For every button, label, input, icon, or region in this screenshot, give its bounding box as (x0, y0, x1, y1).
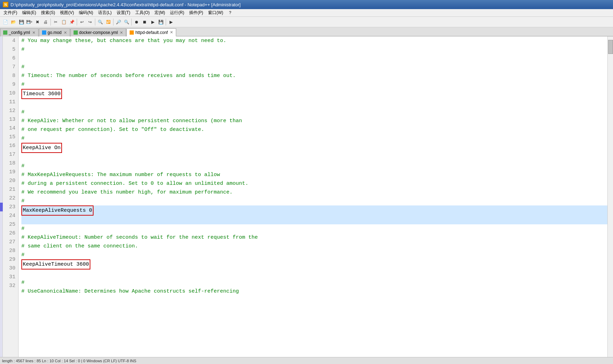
line-num-14: 14 (4, 124, 15, 133)
menu-window[interactable]: 窗口(W) (206, 9, 225, 16)
toolbar-sep-5 (131, 19, 132, 26)
toolbar-close[interactable]: ✖ (34, 18, 41, 26)
toolbar-sep-3 (95, 19, 95, 26)
toolbar-find[interactable]: 🔍 (96, 18, 104, 26)
toolbar-undo[interactable]: ↩ (78, 18, 86, 26)
toolbar-run[interactable]: ▶ (167, 18, 175, 26)
comment-12: # (21, 109, 25, 115)
line-num-11: 11 (4, 98, 15, 106)
toolbar-zoomin[interactable]: 🔎 (115, 18, 122, 26)
code-line-18: # (21, 162, 607, 170)
comment-9: # (21, 82, 25, 88)
line-num-7: 7 (4, 63, 15, 71)
tab-httpd-close[interactable]: ✕ (170, 30, 173, 35)
tab-docker-close[interactable]: ✕ (120, 30, 123, 35)
status-bar: length : 4567 lines : 85 Ln : 10 Col : 1… (0, 357, 613, 364)
menu-search[interactable]: 搜索(S) (39, 9, 57, 16)
toolbar-macro-save[interactable]: 💾 (157, 18, 165, 26)
toolbar-macro-rec[interactable]: ⏺ (133, 18, 140, 26)
menu-edit[interactable]: 编辑(E) (20, 9, 38, 16)
menu-bar: 文件(F) 编辑(E) 搜索(S) 视图(V) 编码(N) 语言(L) 设置(T… (0, 9, 613, 17)
comment-25: # (21, 226, 25, 232)
toolbar-open[interactable]: 📂 (9, 18, 17, 26)
comment-22: # (21, 198, 25, 204)
line-num-20: 20 (4, 176, 15, 185)
line-num-17: 17 (4, 150, 15, 159)
menu-encode[interactable]: 编码(N) (77, 9, 95, 16)
scrollbar-vertical[interactable] (607, 36, 613, 364)
code-line-8: # Timeout: The number of seconds before … (21, 71, 607, 80)
tab-httpd-icon (130, 30, 134, 35)
menu-run[interactable]: 运行(R) (168, 9, 186, 16)
tab-config-label: _config.yml (9, 30, 30, 35)
line-num-13: 13 (4, 115, 15, 124)
comment-13: # KeepAlive: Whether or not to allow per… (21, 118, 242, 124)
toolbar-paste[interactable]: 📌 (68, 18, 76, 26)
tab-config[interactable]: _config.yml ✕ (0, 28, 39, 36)
toolbar-new[interactable]: 📄 (1, 18, 9, 26)
code-line-31: # (21, 278, 607, 287)
code-line-32: # UseCanonicalName: Determines how Apach… (21, 287, 607, 296)
tab-httpd-label: httpd-default.conf (135, 30, 168, 35)
tab-config-close[interactable]: ✕ (32, 30, 35, 35)
toolbar-saveall[interactable]: 💾+ (26, 18, 33, 26)
editor-container: 4 5 6 7 8 9 10 11 12 13 14 15 16 17 18 1… (0, 36, 613, 364)
line-num-4: 4 (4, 36, 15, 45)
code-line-20: # during a persistent connection. Set to… (21, 179, 607, 188)
comment-32: # UseCanonicalName: Determines how Apach… (21, 288, 239, 294)
toolbar-zoomout[interactable]: 🔍 (123, 18, 130, 26)
toolbar-save[interactable]: 💾 (18, 18, 25, 26)
left-indicator (0, 36, 3, 364)
toolbar-copy[interactable]: 📋 (60, 18, 68, 26)
line-num-27: 27 (4, 238, 15, 246)
line-num-16: 16 (4, 141, 15, 150)
toolbar-sep-1 (50, 19, 51, 26)
code-line-28: # (21, 251, 607, 259)
line-num-5: 5 (4, 45, 15, 54)
menu-help[interactable]: ？ (226, 9, 234, 16)
toolbar: 📄 📂 💾 💾+ ✖ 🖨 ✂ 📋 📌 ↩ ↪ 🔍 🔁 🔎 🔍 ⏺ ⏹ ▶ 💾 ▶ (0, 17, 613, 27)
comment-27: # same client on the same connection. (21, 243, 138, 249)
directive-keepalivetimeout: KeepAliveTimeout 3600 (21, 259, 90, 270)
comment-5: # (21, 47, 25, 52)
code-line-12: # (21, 108, 607, 117)
toolbar-replace[interactable]: 🔁 (104, 18, 112, 26)
toolbar-print[interactable]: 🖨 (42, 18, 49, 26)
code-line-26: # KeepAliveTimeout: Number of seconds to… (21, 233, 607, 242)
menu-tools[interactable]: 工具(O) (133, 9, 152, 16)
tab-go[interactable]: go.mod ✕ (39, 28, 70, 36)
toolbar-sep-6 (166, 19, 166, 26)
code-line-19: # MaxKeepAliveRequests: The maximum numb… (21, 170, 607, 179)
tab-httpd[interactable]: httpd-default.conf ✕ (126, 28, 176, 36)
directive-keepalive: KeepAlive On (21, 143, 62, 153)
code-line-27: # same client on the same connection. (21, 242, 607, 251)
tab-go-close[interactable]: ✕ (64, 30, 67, 35)
toolbar-macro-stop[interactable]: ⏹ (141, 18, 149, 26)
comment-21: # We recommend you leave this number hig… (21, 189, 233, 195)
toolbar-redo[interactable]: ↪ (86, 18, 94, 26)
tab-go-label: go.mod (48, 30, 62, 35)
line-num-25: 25 (4, 220, 15, 229)
directive-timeout: Timeout 3600 (21, 89, 62, 99)
menu-file[interactable]: 文件(F) (1, 9, 19, 16)
toolbar-sep-4 (113, 19, 113, 26)
tab-go-icon (42, 30, 46, 35)
tab-docker[interactable]: docker-compose.yml ✕ (70, 28, 126, 36)
code-line-11 (21, 99, 607, 108)
comment-14: # one request per connection). Set to "O… (21, 127, 204, 133)
toolbar-cut[interactable]: ✂ (52, 18, 60, 26)
indicator-mark-23 (0, 203, 3, 211)
menu-settings[interactable]: 设置(T) (115, 9, 132, 16)
menu-view[interactable]: 视图(V) (58, 9, 76, 16)
tab-docker-label: docker-compose.yml (79, 30, 118, 35)
menu-plugins[interactable]: 插件(P) (187, 9, 205, 16)
menu-macro[interactable]: 宏(M) (152, 9, 167, 16)
code-area[interactable]: # You may change these, but chances are … (19, 36, 607, 364)
line-num-32: 32 (4, 281, 15, 290)
scrollbar-thumb[interactable] (608, 40, 613, 54)
line-num-6: 6 (4, 54, 15, 63)
menu-lang[interactable]: 语言(L) (96, 9, 114, 16)
code-line-14: # one request per connection). Set to "O… (21, 125, 607, 134)
toolbar-macro-play[interactable]: ▶ (149, 18, 157, 26)
code-line-10: Timeout 3600 (21, 89, 607, 99)
